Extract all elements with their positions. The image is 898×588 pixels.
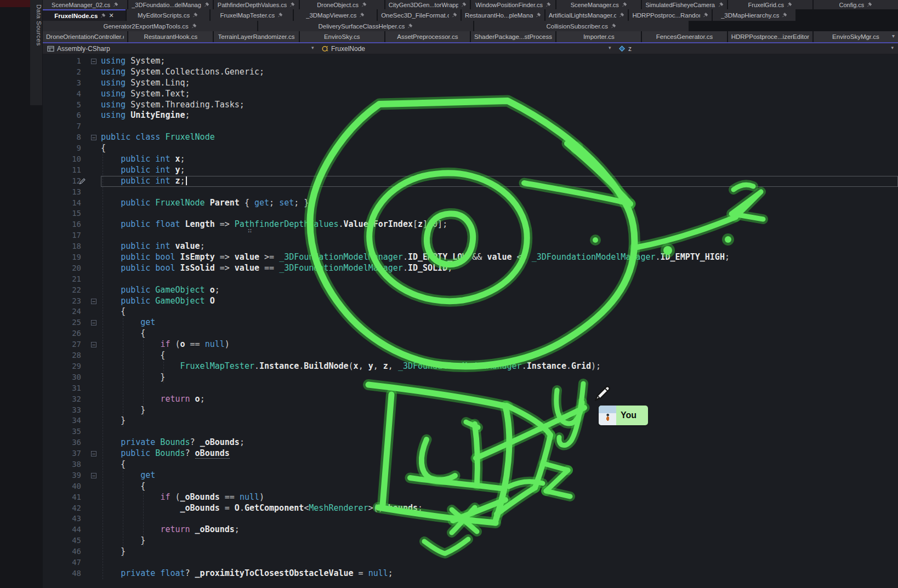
code-editor[interactable]: 1–using System;2using System.Collections… <box>43 54 898 588</box>
code-line-2[interactable]: 2using System.Collections.Generic; <box>43 67 898 78</box>
tab-config-cs[interactable]: Config.cs <box>814 0 898 9</box>
code-line-31[interactable]: 31 <box>43 383 898 394</box>
code-line-18[interactable]: 18 public int value; <box>43 241 898 252</box>
pin-icon[interactable] <box>407 23 413 29</box>
code-line-5[interactable]: 5using System.Threading.Tasks; <box>43 100 898 111</box>
tab-droneorientationcontroller-cs[interactable]: DroneOrientationController.cs <box>43 31 127 42</box>
code-line-3[interactable]: 3using System.Linq; <box>43 78 898 89</box>
code-line-25[interactable]: 25– get <box>43 317 898 328</box>
tab-pathfinderdepthvalues-cs[interactable]: PathfinderDepthValues.cs <box>214 0 298 9</box>
code-line-45[interactable]: 45 } <box>43 535 898 546</box>
code-line-39[interactable]: 39– get <box>43 470 898 481</box>
pin-icon[interactable] <box>611 23 616 29</box>
code-line-19[interactable]: 19 public bool IsEmpty => value >= _3DFo… <box>43 252 898 263</box>
tab-assetpreprocessor-cs[interactable]: AssetPreprocessor.cs <box>385 31 470 42</box>
pin-icon[interactable] <box>452 12 457 18</box>
tab-citygen3dgen-torwrapper-cs[interactable]: CityGen3DGen...torWrapper.cs <box>385 0 470 9</box>
pin-icon[interactable] <box>867 2 872 8</box>
pin-icon[interactable] <box>192 12 198 18</box>
fold-collapse-icon[interactable]: – <box>91 135 96 140</box>
code-line-22[interactable]: 22 public GameObject o; <box>43 285 898 296</box>
fold-collapse-icon[interactable]: – <box>91 473 96 478</box>
code-line-35[interactable]: 35 <box>43 426 898 437</box>
code-line-14[interactable]: 14 public FruxelNode Parent { get; set; … <box>43 198 898 209</box>
pin-icon[interactable] <box>359 12 365 18</box>
tab--3dmaphierarchy-cs[interactable]: _3DMapHierarchy.cs <box>713 9 795 21</box>
fold-collapse-icon[interactable]: – <box>91 342 96 347</box>
tab-terrainlayerrandomizer-cs[interactable]: TerrainLayerRandomizer.cs <box>214 31 298 42</box>
pin-icon[interactable] <box>361 2 367 8</box>
breadcrumb-project[interactable]: Assembly-CSharp <box>47 43 110 54</box>
tab-scenemanager-cs[interactable]: SceneManager.cs <box>556 0 641 9</box>
code-line-10[interactable]: 10 public int x; <box>43 154 898 165</box>
code-line-29[interactable]: 29 FruxelMapTester.Instance.BuildNode(x,… <box>43 361 898 372</box>
chevron-down-icon[interactable]: ▾ <box>891 45 894 50</box>
code-line-11[interactable]: 11 public int y; <box>43 165 898 176</box>
code-line-9[interactable]: 9{ <box>43 143 898 154</box>
code-line-42[interactable]: 42 _oBounds = O.GetComponent<MeshRendere… <box>43 503 898 514</box>
tab-restauranthook-cs[interactable]: RestaurantHook.cs <box>128 31 213 42</box>
code-line-28[interactable]: 28 { <box>43 350 898 361</box>
fold-collapse-icon[interactable]: – <box>91 451 96 456</box>
code-line-37[interactable]: 37– public Bounds? oBounds <box>43 448 898 459</box>
code-line-8[interactable]: 8–public class FruxelNode <box>43 132 898 143</box>
pin-icon[interactable] <box>718 2 724 8</box>
tab-fruxelmaptester-cs[interactable]: FruxelMapTester.cs <box>211 9 293 21</box>
breadcrumb-member[interactable]: z <box>618 43 632 54</box>
tab-deliverysurfaceclasshelper-cs[interactable]: DeliverySurfaceClassHelper.cs <box>258 21 473 31</box>
pin-icon[interactable] <box>787 2 792 8</box>
code-line-48[interactable]: 48 private float? _proximityToClosestObs… <box>43 568 898 579</box>
code-line-43[interactable]: 43 <box>43 513 898 524</box>
code-line-4[interactable]: 4using System.Text; <box>43 89 898 100</box>
tab-onesec3d-fileformat-cs[interactable]: OneSec3D_FileFormat.cs <box>378 9 461 21</box>
tab-importer-cs[interactable]: Importer.cs <box>556 31 641 42</box>
pin-icon[interactable] <box>289 2 295 8</box>
tab-generator2exportmaptools-cs[interactable]: Generator2ExportMapTools.cs <box>43 21 257 31</box>
fold-collapse-icon[interactable]: – <box>91 59 96 64</box>
close-icon[interactable]: ✕ <box>109 13 113 19</box>
breadcrumb-type[interactable]: FruxelNode <box>321 43 365 54</box>
code-line-7[interactable]: 7 <box>43 121 898 132</box>
tab-shaderpackage-stprocessor-cs[interactable]: ShaderPackage...stProcessor.cs <box>471 31 555 42</box>
code-line-21[interactable]: 21 <box>43 274 898 285</box>
code-line-1[interactable]: 1–using System; <box>43 56 898 67</box>
tab-enviroskymgr-cs[interactable]: EnviroSkyMgr.cs <box>814 31 898 42</box>
code-line-30[interactable]: 30 } <box>43 372 898 383</box>
pin-icon[interactable] <box>461 2 467 8</box>
tab-windowpositionfinder-cs[interactable]: WindowPositionFinder.cs <box>471 0 555 9</box>
tool-tab-data-sources[interactable]: Data Sources <box>30 0 42 105</box>
pin-icon[interactable] <box>619 12 624 18</box>
tab-scenemanager-02-cs[interactable]: SceneManager_02.cs <box>43 0 127 9</box>
pin-icon[interactable] <box>545 2 551 8</box>
fold-collapse-icon[interactable]: – <box>91 320 96 326</box>
code-line-20[interactable]: 20 public bool IsSolid => value == _3DFo… <box>43 263 898 274</box>
tab-simulatedfisheyecamera-cs[interactable]: SimulatedFisheyeCamera.cs <box>642 0 726 9</box>
pin-icon[interactable] <box>191 23 197 29</box>
code-line-26[interactable]: 26 { <box>43 328 898 339</box>
code-line-17[interactable]: 17 <box>43 230 898 241</box>
tab-hdrppostproc-randomizer-cs[interactable]: HDRPPostproc...Randomizer.cs <box>629 9 712 21</box>
tab--3dmapviewer-cs[interactable]: _3DMapViewer.cs <box>294 9 377 21</box>
code-line-46[interactable]: 46 } <box>43 546 898 557</box>
tab-hdrppostproce-izereditor-cs[interactable]: HDRPPostproce...izerEditor.cs <box>728 31 812 42</box>
tab-myeditorscripts-cs[interactable]: MyEditorScripts.cs <box>127 9 209 21</box>
pin-icon[interactable] <box>703 12 708 18</box>
tab-overflow-button[interactable]: ▾ <box>892 33 895 39</box>
code-line-12[interactable]: 12 public int z; <box>43 176 898 187</box>
tab-fencesgenerator-cs[interactable]: FencesGenerator.cs <box>642 31 726 42</box>
code-line-24[interactable]: 24 { <box>43 306 898 317</box>
code-line-23[interactable]: 23– public GameObject O <box>43 296 898 307</box>
code-line-44[interactable]: 44 return _oBounds; <box>43 524 898 535</box>
pin-icon[interactable] <box>536 12 541 18</box>
code-line-27[interactable]: 27– if (o == null) <box>43 339 898 350</box>
code-line-32[interactable]: 32 return o; <box>43 394 898 405</box>
code-line-36[interactable]: 36 private Bounds? _oBounds; <box>43 437 898 448</box>
pin-icon[interactable] <box>100 13 106 19</box>
pin-icon[interactable] <box>277 12 283 18</box>
code-line-38[interactable]: 38 { <box>43 459 898 470</box>
chevron-down-icon[interactable]: ▾ <box>609 45 611 50</box>
code-line-40[interactable]: 40 { <box>43 481 898 492</box>
code-line-34[interactable]: 34 } <box>43 415 898 426</box>
fold-collapse-icon[interactable]: – <box>91 299 96 304</box>
tab--3dfoundatio-delmanager-cs[interactable]: _3DFoundatio...delManager.cs <box>128 0 213 9</box>
